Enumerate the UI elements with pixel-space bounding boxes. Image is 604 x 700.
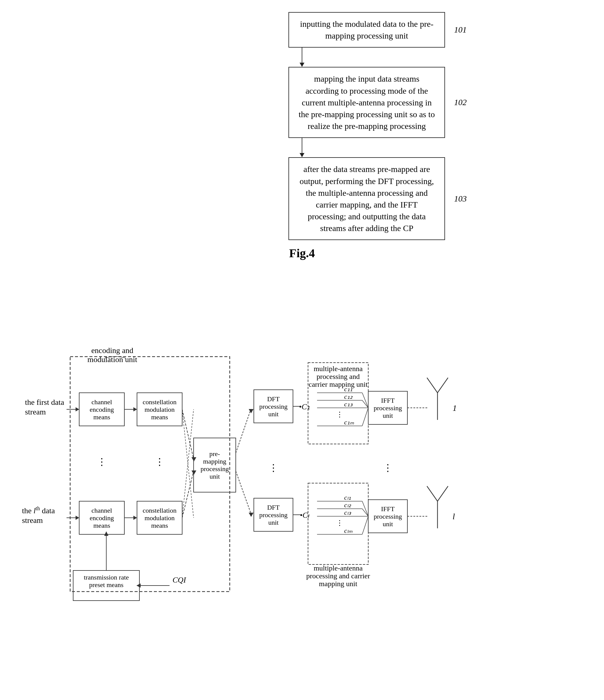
bottom-constellation-text1: constellation bbox=[143, 507, 176, 514]
arrow-head-2 bbox=[300, 153, 304, 157]
pre-mapping-text2: mapping bbox=[203, 457, 226, 465]
top-ma-label2: processing and bbox=[317, 373, 359, 380]
cqi-label: CQI bbox=[173, 576, 186, 584]
arrow-bot-cons-to-premap bbox=[182, 471, 194, 518]
first-data-stream-label2: stream bbox=[25, 407, 46, 416]
step-102-box: mapping the input data streams according… bbox=[288, 67, 445, 138]
arrow-head-1 bbox=[300, 62, 304, 67]
line-clm-to-ifft bbox=[362, 516, 368, 534]
vertical-dots-ifft: ⋮ bbox=[383, 462, 393, 473]
top-ifft-text2: processing bbox=[374, 404, 402, 412]
lth-data-stream-label2: stream bbox=[22, 516, 43, 525]
line-c1m-to-ifft bbox=[362, 408, 368, 426]
arrow-first-to-channel-head bbox=[76, 407, 79, 411]
line-c11-to-ifft bbox=[362, 393, 368, 408]
bottom-dft-text2: processing bbox=[259, 511, 287, 519]
top-channel-encoding-text1: channel bbox=[92, 398, 112, 406]
encoding-modulation-label2: modulation unit bbox=[87, 355, 137, 364]
antennalL-left bbox=[427, 486, 437, 501]
flow-row-103: after the data streams pre-mapped are ou… bbox=[91, 157, 513, 240]
dots-top-c: ⋮ bbox=[336, 410, 343, 418]
cl3-label: cₗ₃ bbox=[344, 509, 351, 516]
arrow-top-ch-to-cons-head bbox=[133, 407, 137, 411]
bottom-ifft-text3: unit bbox=[383, 520, 393, 528]
pre-mapping-text4: unit bbox=[209, 473, 220, 480]
c12-label: c₁₂ bbox=[344, 393, 353, 400]
arrow-top-cons-to-premap bbox=[182, 409, 194, 459]
top-constellation-text3: means bbox=[151, 413, 168, 421]
flowchart: inputting the modulated data to the pre-… bbox=[91, 12, 513, 240]
cqi-arrow-head bbox=[136, 583, 141, 588]
fig4-title: Fig.4 bbox=[289, 246, 315, 260]
top-ifft-text1: IFFT bbox=[381, 397, 395, 404]
bottom-constellation-text2: modulation bbox=[145, 514, 175, 522]
antenna1-left bbox=[427, 378, 437, 393]
arrow-lth-to-channel-head bbox=[76, 516, 79, 520]
bottom-ma-label2: processing and carrier bbox=[306, 572, 370, 580]
bottom-channel-encoding-text2: encoding bbox=[90, 514, 114, 522]
arrow-premap-to-top-dft bbox=[236, 409, 251, 453]
arrow-line-2 bbox=[302, 138, 302, 153]
transmission-rate-text2: preset means bbox=[89, 581, 123, 589]
top-ma-label3: carrier mapping unit bbox=[309, 380, 368, 388]
encoding-modulation-label1: encoding and bbox=[91, 346, 133, 355]
top-channel-encoding-text3: means bbox=[93, 413, 110, 421]
line-cl2-to-ifft bbox=[362, 509, 368, 516]
arrow-bot-ch-to-cons-head bbox=[133, 516, 137, 520]
line-cl1-to-ifft bbox=[362, 501, 368, 516]
bottom-dft-text1: DFT bbox=[267, 504, 280, 511]
flow-row-102: mapping the input data streams according… bbox=[91, 67, 513, 138]
antenna1-right bbox=[437, 378, 448, 393]
pre-mapping-text3: processing bbox=[201, 465, 229, 473]
bottom-channel-encoding-text1: channel bbox=[92, 507, 112, 514]
step-103-box: after the data streams pre-mapped are ou… bbox=[288, 157, 445, 240]
fig5-svg: encoding and modulation unit the first d… bbox=[16, 278, 588, 700]
c13-label: c₁₃ bbox=[344, 400, 353, 408]
arrow-top-cons-premap-head bbox=[192, 457, 196, 461]
arrow-line-1 bbox=[302, 48, 302, 62]
top-dft-text1: DFT bbox=[267, 395, 280, 403]
bottom-ma-label1: multiple-antenna bbox=[314, 564, 363, 572]
encoding-modulation-dashed-box bbox=[70, 357, 230, 592]
dots-bottom-c: ⋮ bbox=[336, 519, 343, 527]
bottom-ifft-text1: IFFT bbox=[381, 505, 395, 512]
vertical-dots-constellation: ⋮ bbox=[155, 456, 165, 467]
antenna1-label: 1 bbox=[453, 403, 457, 412]
first-data-stream-label: the first data bbox=[25, 398, 64, 407]
antennalL-right bbox=[437, 486, 448, 501]
arrow-premap-bot-dft-head bbox=[249, 512, 253, 517]
top-ma-label-top: multiple-antenna bbox=[314, 365, 363, 373]
vertical-dots-channel: ⋮ bbox=[97, 456, 107, 467]
top-constellation-text2: modulation bbox=[145, 406, 175, 413]
clm-label: cₗₘ bbox=[344, 527, 353, 534]
c11-label: c₁₁ bbox=[344, 385, 353, 393]
lth-data-stream-label1: the lth data bbox=[22, 505, 55, 515]
fig4-section: inputting the modulated data to the pre-… bbox=[91, 12, 513, 272]
arrow-bot-cons-premap-head bbox=[192, 471, 196, 475]
bottom-ma-label3: mapping unit bbox=[319, 580, 357, 588]
top-dft-text3: unit bbox=[268, 410, 278, 418]
arrow-premap-to-bot-dft bbox=[236, 471, 251, 513]
bottom-ifft-text2: processing bbox=[374, 512, 402, 520]
step-103-label: 103 bbox=[454, 194, 472, 204]
arrow-2 bbox=[300, 138, 304, 157]
cl1-label: cₗ₁ bbox=[344, 494, 351, 501]
fig5-section: encoding and modulation unit the first d… bbox=[18, 278, 586, 700]
step-101-box: inputting the modulated data to the pre-… bbox=[288, 12, 445, 48]
bottom-dft-text3: unit bbox=[268, 519, 278, 526]
arrow-trans-to-bot-channel-head bbox=[104, 531, 108, 536]
c1m-label: c₁ₘ bbox=[344, 418, 354, 426]
top-ifft-text3: unit bbox=[383, 412, 393, 419]
top-constellation-text1: constellation bbox=[143, 398, 176, 406]
bottom-channel-encoding-text3: means bbox=[93, 522, 110, 529]
vertical-dots-dft: ⋮ bbox=[269, 462, 278, 473]
flow-row-101: inputting the modulated data to the pre-… bbox=[91, 12, 513, 48]
arrow-1 bbox=[300, 48, 304, 67]
step-102-label: 102 bbox=[454, 98, 472, 107]
transmission-rate-text1: transmission rate bbox=[84, 574, 129, 581]
step-101-label: 101 bbox=[454, 25, 472, 35]
bottom-constellation-text3: means bbox=[151, 522, 168, 529]
line-c12-to-ifft bbox=[362, 400, 368, 408]
pre-mapping-text1: pre- bbox=[209, 450, 220, 457]
top-channel-encoding-text2: encoding bbox=[90, 406, 114, 413]
